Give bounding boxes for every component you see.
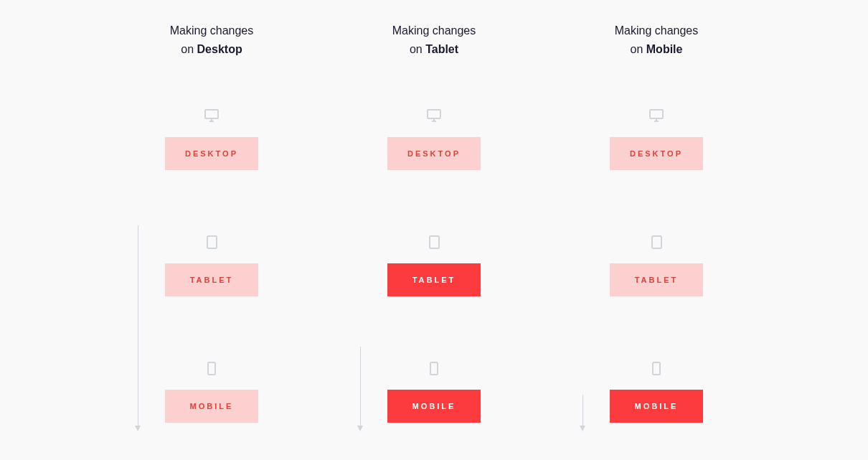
diagram-container: Making changes on Desktop DESKTOP TABLET… — [0, 22, 868, 423]
block-mobile: MOBILE — [610, 361, 703, 423]
block-mobile: MOBILE — [165, 361, 258, 423]
column-heading: Making changes on Mobile — [615, 22, 699, 58]
svg-rect-4 — [208, 362, 215, 375]
block-tablet: TABLET — [610, 235, 703, 296]
svg-rect-8 — [430, 236, 439, 248]
block-desktop: DESKTOP — [387, 108, 481, 170]
block-mobile: MOBILE — [387, 361, 481, 423]
chip-mobile: MOBILE — [610, 390, 703, 423]
mobile-icon — [207, 361, 216, 375]
svg-rect-10 — [650, 110, 663, 118]
chip-desktop: DESKTOP — [610, 137, 703, 170]
desktop-icon — [204, 108, 219, 123]
chip-mobile: MOBILE — [387, 390, 481, 423]
heading-line2: on Tablet — [392, 40, 476, 59]
svg-rect-9 — [430, 362, 438, 375]
tablet-icon — [207, 235, 217, 249]
tablet-icon — [651, 235, 662, 249]
tablet-icon — [429, 235, 440, 249]
column-desktop: Making changes on Desktop DESKTOP TABLET… — [165, 22, 258, 423]
mobile-icon — [430, 361, 438, 375]
chip-desktop: DESKTOP — [387, 137, 481, 170]
column-heading: Making changes on Tablet — [392, 22, 476, 58]
svg-rect-5 — [428, 110, 440, 118]
mobile-icon — [652, 361, 661, 375]
block-desktop: DESKTOP — [610, 108, 703, 170]
desktop-icon — [427, 108, 441, 123]
chip-tablet: TABLET — [387, 263, 481, 296]
svg-rect-13 — [652, 236, 661, 248]
heading-line1: Making changes — [615, 22, 699, 40]
block-tablet: TABLET — [387, 235, 481, 296]
column-heading: Making changes on Desktop — [170, 22, 254, 58]
heading-line1: Making changes — [392, 22, 476, 40]
block-tablet: TABLET — [165, 235, 258, 296]
cascade-arrow — [582, 395, 583, 431]
svg-rect-3 — [207, 236, 217, 248]
cascade-arrow — [360, 347, 361, 431]
block-desktop: DESKTOP — [165, 108, 258, 170]
column-tablet: Making changes on Tablet DESKTOP TABLET … — [387, 22, 481, 423]
chip-tablet: TABLET — [165, 263, 258, 296]
heading-line1: Making changes — [170, 22, 254, 40]
column-mobile: Making changes on Mobile DESKTOP TABLET … — [610, 22, 703, 423]
heading-line2: on Desktop — [170, 40, 254, 59]
chip-tablet: TABLET — [610, 263, 703, 296]
svg-rect-0 — [205, 110, 218, 118]
desktop-icon — [649, 108, 664, 123]
heading-line2: on Mobile — [615, 40, 699, 59]
chip-desktop: DESKTOP — [165, 137, 258, 170]
chip-mobile: MOBILE — [165, 390, 258, 423]
cascade-arrow — [138, 225, 138, 431]
svg-rect-14 — [653, 362, 660, 375]
